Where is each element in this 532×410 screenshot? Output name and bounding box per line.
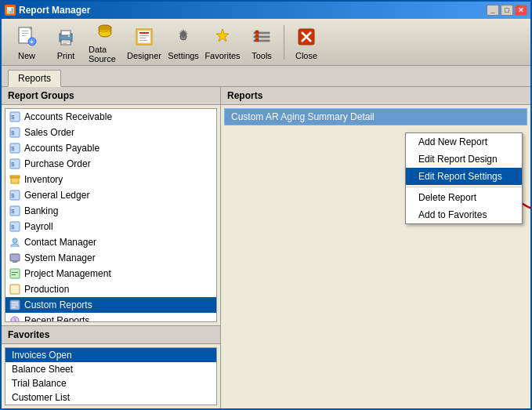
settings-icon <box>171 24 196 49</box>
ctx-separator <box>406 187 522 187</box>
svg-rect-11 <box>63 42 69 42</box>
group-sales-order[interactable]: $ Sales Order <box>5 125 216 140</box>
group-inv-label: Inventory <box>24 174 63 185</box>
ctx-add-new-report[interactable]: Add New Report <box>406 133 522 151</box>
datasource-button[interactable]: Data Source <box>86 22 124 63</box>
tab-reports[interactable]: Reports <box>8 70 61 87</box>
fav-balance-sheet[interactable]: Balance Sheet <box>5 362 216 376</box>
general-ledger-icon: $ <box>9 189 21 201</box>
print-label: Print <box>57 51 75 60</box>
svg-rect-5 <box>30 27 31 29</box>
settings-label: Settings <box>168 51 199 60</box>
svg-rect-17 <box>139 32 149 34</box>
group-custom-reports[interactable]: Custom Reports <box>5 297 216 313</box>
designer-button[interactable]: Designer <box>125 22 163 63</box>
svg-text:$: $ <box>11 114 15 121</box>
svg-rect-19 <box>139 38 146 38</box>
tree-scroll-area[interactable]: $ Accounts Receivable $ Sales Order $ <box>5 109 216 321</box>
new-button[interactable]: + New <box>8 22 45 63</box>
window-controls: _ □ ✕ <box>487 5 527 16</box>
new-icon: + <box>14 24 39 49</box>
svg-text:$: $ <box>11 223 15 230</box>
group-pm-label: Project Management <box>24 268 111 279</box>
svg-rect-2 <box>22 33 28 34</box>
contact-manager-icon <box>9 236 21 249</box>
purchase-order-icon: $ <box>9 158 21 170</box>
group-system-manager[interactable]: System Manager <box>5 250 216 266</box>
maximize-button[interactable]: □ <box>501 5 513 16</box>
group-ar-label: Accounts Receivable <box>24 111 112 122</box>
fav-trial-label: Trial Balance <box>12 378 67 389</box>
group-contact-manager[interactable]: Contact Manager <box>5 234 216 250</box>
group-cm-label: Contact Manager <box>24 237 96 248</box>
fav-customer-list[interactable]: Customer List <box>5 390 216 405</box>
group-purchase-order[interactable]: $ Purchase Order <box>5 156 216 172</box>
group-accounts-receivable[interactable]: $ Accounts Receivable <box>5 109 216 125</box>
group-so-label: Sales Order <box>24 127 74 138</box>
print-icon <box>53 24 78 49</box>
svg-text:$: $ <box>11 208 15 215</box>
favorites-icon <box>210 24 235 49</box>
main-content: Report Groups $ Accounts Receivable $ Sa… <box>2 86 530 408</box>
svg-text:+: + <box>30 38 34 45</box>
toolbar: + New Print <box>2 19 530 66</box>
inventory-icon <box>9 173 21 186</box>
svg-text:$: $ <box>11 129 15 136</box>
group-sm-label: System Manager <box>24 252 96 263</box>
svg-rect-9 <box>61 31 71 35</box>
group-production[interactable]: Production <box>5 281 216 297</box>
toolbar-separator <box>284 25 284 60</box>
window: 📊 Report Manager _ □ ✕ + <box>0 0 532 410</box>
ctx-delete-report[interactable]: Delete Report <box>406 189 522 206</box>
reports-content: Custom AR Aging Summary Detail <box>221 105 530 408</box>
fav-invoices-open[interactable]: Invoices Open <box>5 348 216 362</box>
favorites-header: Favorites <box>2 325 220 344</box>
svg-rect-51 <box>10 269 20 278</box>
favorites-button[interactable]: Favorites <box>204 22 241 63</box>
project-management-icon <box>9 267 21 280</box>
ctx-edit-design-label: Edit Report Design <box>418 154 498 165</box>
report-custom-ar[interactable]: Custom AR Aging Summary Detail <box>224 108 527 125</box>
accounts-receivable-icon: $ <box>9 111 21 123</box>
window-title: Report Manager <box>19 5 90 16</box>
ctx-favorites-label: Add to Favorites <box>418 209 487 220</box>
group-general-ledger[interactable]: $ General Ledger <box>5 187 216 203</box>
group-recent-reports-label: Recent Reports <box>24 315 89 321</box>
favorites-section: Favorites Invoices Open Balance Sheet Tr… <box>2 325 220 408</box>
group-project-management[interactable]: Project Management <box>5 266 216 281</box>
svg-rect-49 <box>10 254 20 261</box>
ctx-edit-report-design[interactable]: Edit Report Design <box>406 151 522 168</box>
svg-rect-53 <box>12 274 16 275</box>
svg-rect-54 <box>10 285 20 294</box>
ctx-add-to-favorites[interactable]: Add to Favorites <box>406 206 522 223</box>
ctx-add-new-label: Add New Report <box>418 136 487 147</box>
group-accounts-payable[interactable]: $ Accounts Payable <box>5 140 216 156</box>
group-production-label: Production <box>24 284 69 295</box>
report-custom-ar-label: Custom AR Aging Summary Detail <box>231 111 375 122</box>
close-toolbar-label: Close <box>295 51 317 60</box>
group-recent-reports[interactable]: Recent Reports <box>5 313 216 321</box>
print-button[interactable]: Print <box>47 22 85 63</box>
group-banking[interactable]: $ Banking <box>5 203 216 219</box>
group-ap-label: Accounts Payable <box>24 143 100 154</box>
group-gl-label: General Ledger <box>24 190 89 201</box>
svg-rect-3 <box>22 35 26 36</box>
sales-order-icon: $ <box>9 126 21 139</box>
ctx-delete-label: Delete Report <box>418 192 476 203</box>
ctx-edit-report-settings[interactable]: Edit Report Settings <box>406 168 522 185</box>
fav-trial-balance[interactable]: Trial Balance <box>5 376 216 390</box>
group-payroll[interactable]: $ Payroll <box>5 219 216 234</box>
close-button[interactable]: ✕ <box>515 5 527 16</box>
svg-rect-50 <box>13 261 17 263</box>
settings-button[interactable]: Settings <box>165 22 202 63</box>
minimize-button[interactable]: _ <box>487 5 499 16</box>
close-toolbar-button[interactable]: Close <box>288 22 325 63</box>
payroll-icon: $ <box>9 220 21 233</box>
designer-icon <box>132 24 157 49</box>
tab-reports-label: Reports <box>18 73 51 84</box>
tools-button[interactable]: Tools <box>243 22 280 63</box>
group-inventory[interactable]: Inventory <box>5 172 216 187</box>
group-payroll-label: Payroll <box>24 221 53 232</box>
datasource-label: Data Source <box>89 45 121 63</box>
accounts-payable-icon: $ <box>9 142 21 154</box>
